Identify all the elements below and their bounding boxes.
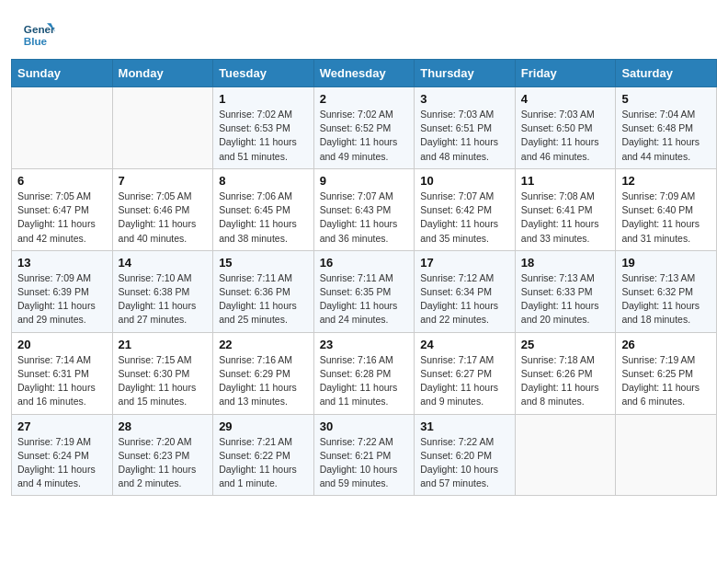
day-info: Sunrise: 7:16 AM Sunset: 6:29 PM Dayligh… — [219, 353, 308, 409]
day-info: Sunrise: 7:19 AM Sunset: 6:25 PM Dayligh… — [621, 353, 711, 409]
weekday-header: Wednesday — [313, 60, 415, 87]
calendar-cell: 30Sunrise: 7:22 AM Sunset: 6:21 PM Dayli… — [313, 414, 415, 496]
day-info: Sunrise: 7:02 AM Sunset: 6:53 PM Dayligh… — [219, 108, 308, 164]
day-info: Sunrise: 7:17 AM Sunset: 6:27 PM Dayligh… — [420, 353, 509, 409]
calendar-cell: 20Sunrise: 7:14 AM Sunset: 6:31 PM Dayli… — [12, 332, 113, 414]
calendar-cell: 12Sunrise: 7:09 AM Sunset: 6:40 PM Dayli… — [616, 168, 717, 250]
day-info: Sunrise: 7:09 AM Sunset: 6:39 PM Dayligh… — [17, 271, 107, 327]
day-number: 2 — [320, 92, 409, 106]
logo-icon: General Blue — [22, 17, 55, 50]
day-number: 9 — [320, 174, 409, 188]
calendar-header: SundayMondayTuesdayWednesdayThursdayFrid… — [12, 60, 717, 87]
calendar-cell: 17Sunrise: 7:12 AM Sunset: 6:34 PM Dayli… — [415, 250, 516, 332]
day-info: Sunrise: 7:13 AM Sunset: 6:33 PM Dayligh… — [521, 271, 610, 327]
calendar-cell: 10Sunrise: 7:07 AM Sunset: 6:42 PM Dayli… — [415, 168, 516, 250]
day-info: Sunrise: 7:22 AM Sunset: 6:21 PM Dayligh… — [320, 435, 409, 491]
calendar-wrap: SundayMondayTuesdayWednesdayThursdayFrid… — [0, 59, 728, 507]
calendar-cell: 4Sunrise: 7:03 AM Sunset: 6:50 PM Daylig… — [515, 87, 616, 169]
day-info: Sunrise: 7:09 AM Sunset: 6:40 PM Dayligh… — [621, 190, 711, 246]
calendar-week-row: 6Sunrise: 7:05 AM Sunset: 6:47 PM Daylig… — [12, 168, 717, 250]
day-number: 17 — [420, 256, 509, 270]
calendar-cell: 15Sunrise: 7:11 AM Sunset: 6:36 PM Dayli… — [213, 250, 314, 332]
day-number: 31 — [420, 419, 509, 433]
day-info: Sunrise: 7:18 AM Sunset: 6:26 PM Dayligh… — [521, 353, 610, 409]
day-number: 11 — [521, 174, 610, 188]
calendar-cell — [12, 87, 113, 169]
day-number: 8 — [219, 174, 308, 188]
day-number: 6 — [17, 174, 107, 188]
calendar-cell: 19Sunrise: 7:13 AM Sunset: 6:32 PM Dayli… — [616, 250, 717, 332]
page-header: General Blue — [0, 0, 728, 59]
calendar-cell: 22Sunrise: 7:16 AM Sunset: 6:29 PM Dayli… — [213, 332, 314, 414]
calendar-week-row: 1Sunrise: 7:02 AM Sunset: 6:53 PM Daylig… — [12, 87, 717, 169]
day-number: 25 — [521, 338, 610, 351]
day-number: 14 — [119, 256, 208, 270]
day-info: Sunrise: 7:20 AM Sunset: 6:23 PM Dayligh… — [119, 435, 208, 491]
calendar-cell: 7Sunrise: 7:05 AM Sunset: 6:46 PM Daylig… — [112, 168, 213, 250]
calendar-cell: 8Sunrise: 7:06 AM Sunset: 6:45 PM Daylig… — [213, 168, 314, 250]
day-info: Sunrise: 7:08 AM Sunset: 6:41 PM Dayligh… — [521, 190, 610, 246]
calendar-cell: 16Sunrise: 7:11 AM Sunset: 6:35 PM Dayli… — [313, 250, 415, 332]
calendar-table: SundayMondayTuesdayWednesdayThursdayFrid… — [11, 59, 717, 496]
calendar-cell: 21Sunrise: 7:15 AM Sunset: 6:30 PM Dayli… — [112, 332, 213, 414]
day-number: 19 — [621, 256, 711, 270]
day-number: 24 — [420, 338, 509, 351]
calendar-cell — [112, 87, 213, 169]
calendar-cell: 31Sunrise: 7:22 AM Sunset: 6:20 PM Dayli… — [415, 414, 516, 496]
day-info: Sunrise: 7:06 AM Sunset: 6:45 PM Dayligh… — [219, 190, 308, 246]
weekday-header: Friday — [515, 60, 616, 87]
day-number: 22 — [219, 338, 308, 351]
calendar-cell: 26Sunrise: 7:19 AM Sunset: 6:25 PM Dayli… — [616, 332, 717, 414]
day-number: 12 — [621, 174, 711, 188]
calendar-cell: 27Sunrise: 7:19 AM Sunset: 6:24 PM Dayli… — [12, 414, 113, 496]
day-number: 28 — [119, 419, 208, 433]
calendar-cell: 29Sunrise: 7:21 AM Sunset: 6:22 PM Dayli… — [213, 414, 314, 496]
day-info: Sunrise: 7:22 AM Sunset: 6:20 PM Dayligh… — [420, 435, 509, 491]
day-number: 4 — [521, 92, 610, 106]
calendar-cell: 13Sunrise: 7:09 AM Sunset: 6:39 PM Dayli… — [12, 250, 113, 332]
calendar-cell — [616, 414, 717, 496]
calendar-cell: 24Sunrise: 7:17 AM Sunset: 6:27 PM Dayli… — [415, 332, 516, 414]
day-info: Sunrise: 7:15 AM Sunset: 6:30 PM Dayligh… — [119, 353, 208, 409]
day-info: Sunrise: 7:07 AM Sunset: 6:43 PM Dayligh… — [320, 190, 409, 246]
day-info: Sunrise: 7:21 AM Sunset: 6:22 PM Dayligh… — [219, 435, 308, 491]
logo: General Blue — [22, 17, 59, 50]
day-number: 7 — [119, 174, 208, 188]
day-info: Sunrise: 7:13 AM Sunset: 6:32 PM Dayligh… — [621, 271, 711, 327]
day-number: 27 — [17, 419, 107, 433]
calendar-week-row: 27Sunrise: 7:19 AM Sunset: 6:24 PM Dayli… — [12, 414, 717, 496]
day-info: Sunrise: 7:05 AM Sunset: 6:46 PM Dayligh… — [119, 190, 208, 246]
calendar-cell: 5Sunrise: 7:04 AM Sunset: 6:48 PM Daylig… — [616, 87, 717, 169]
weekday-header: Monday — [112, 60, 213, 87]
day-info: Sunrise: 7:19 AM Sunset: 6:24 PM Dayligh… — [17, 435, 107, 491]
day-number: 20 — [17, 338, 107, 351]
weekday-header: Saturday — [616, 60, 717, 87]
calendar-cell: 23Sunrise: 7:16 AM Sunset: 6:28 PM Dayli… — [313, 332, 415, 414]
calendar-cell: 18Sunrise: 7:13 AM Sunset: 6:33 PM Dayli… — [515, 250, 616, 332]
day-info: Sunrise: 7:11 AM Sunset: 6:36 PM Dayligh… — [219, 271, 308, 327]
calendar-cell: 11Sunrise: 7:08 AM Sunset: 6:41 PM Dayli… — [515, 168, 616, 250]
day-info: Sunrise: 7:07 AM Sunset: 6:42 PM Dayligh… — [420, 190, 509, 246]
svg-text:Blue: Blue — [24, 35, 48, 47]
day-number: 16 — [320, 256, 409, 270]
calendar-cell: 1Sunrise: 7:02 AM Sunset: 6:53 PM Daylig… — [213, 87, 314, 169]
day-number: 1 — [219, 92, 308, 106]
day-info: Sunrise: 7:03 AM Sunset: 6:51 PM Dayligh… — [420, 108, 509, 164]
day-number: 13 — [17, 256, 107, 270]
calendar-cell: 2Sunrise: 7:02 AM Sunset: 6:52 PM Daylig… — [313, 87, 415, 169]
calendar-cell: 6Sunrise: 7:05 AM Sunset: 6:47 PM Daylig… — [12, 168, 113, 250]
day-info: Sunrise: 7:05 AM Sunset: 6:47 PM Dayligh… — [17, 190, 107, 246]
day-info: Sunrise: 7:03 AM Sunset: 6:50 PM Dayligh… — [521, 108, 610, 164]
day-number: 29 — [219, 419, 308, 433]
weekday-header: Tuesday — [213, 60, 314, 87]
day-info: Sunrise: 7:04 AM Sunset: 6:48 PM Dayligh… — [621, 108, 711, 164]
calendar-cell: 25Sunrise: 7:18 AM Sunset: 6:26 PM Dayli… — [515, 332, 616, 414]
day-number: 10 — [420, 174, 509, 188]
calendar-cell: 28Sunrise: 7:20 AM Sunset: 6:23 PM Dayli… — [112, 414, 213, 496]
day-number: 5 — [621, 92, 711, 106]
day-info: Sunrise: 7:10 AM Sunset: 6:38 PM Dayligh… — [119, 271, 208, 327]
day-number: 26 — [621, 338, 711, 351]
day-info: Sunrise: 7:11 AM Sunset: 6:35 PM Dayligh… — [320, 271, 409, 327]
day-info: Sunrise: 7:16 AM Sunset: 6:28 PM Dayligh… — [320, 353, 409, 409]
day-number: 23 — [320, 338, 409, 351]
